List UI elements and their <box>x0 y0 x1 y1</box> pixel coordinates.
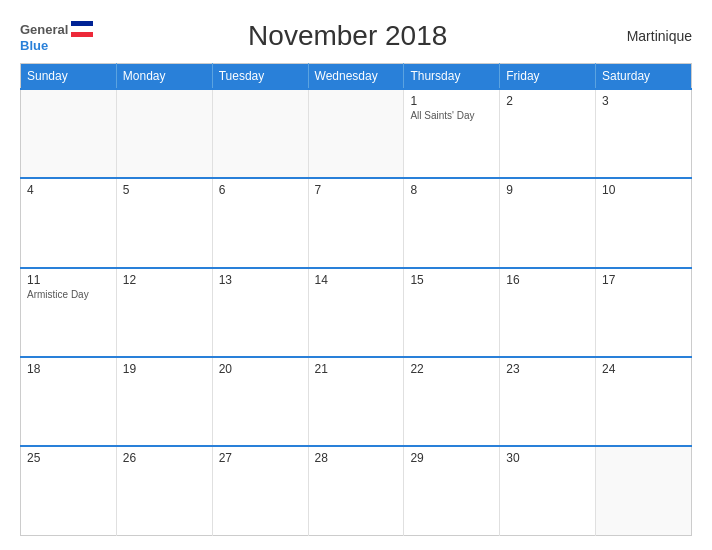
calendar-week-row: 18192021222324 <box>21 357 692 446</box>
calendar-cell: 1All Saints' Day <box>404 89 500 178</box>
calendar-cell: 19 <box>116 357 212 446</box>
calendar-cell: 3 <box>596 89 692 178</box>
calendar-cell: 25 <box>21 446 117 535</box>
calendar-cell <box>596 446 692 535</box>
calendar-cell: 14 <box>308 268 404 357</box>
calendar-week-row: 45678910 <box>21 178 692 267</box>
day-number: 7 <box>315 183 398 197</box>
day-number: 1 <box>410 94 493 108</box>
calendar-week-row: 1All Saints' Day23 <box>21 89 692 178</box>
weekday-header-row: Sunday Monday Tuesday Wednesday Thursday… <box>21 64 692 90</box>
day-number: 29 <box>410 451 493 465</box>
day-number: 26 <box>123 451 206 465</box>
calendar-cell: 29 <box>404 446 500 535</box>
day-number: 12 <box>123 273 206 287</box>
day-number: 19 <box>123 362 206 376</box>
logo-blue: Blue <box>20 38 48 53</box>
calendar-body: 1All Saints' Day234567891011Armistice Da… <box>21 89 692 536</box>
calendar-cell: 30 <box>500 446 596 535</box>
holiday-label: Armistice Day <box>27 289 110 300</box>
calendar-cell <box>212 89 308 178</box>
calendar-cell: 24 <box>596 357 692 446</box>
calendar-cell <box>308 89 404 178</box>
calendar-cell: 8 <box>404 178 500 267</box>
day-number: 6 <box>219 183 302 197</box>
day-number: 27 <box>219 451 302 465</box>
day-number: 4 <box>27 183 110 197</box>
page: General Blue November 2018 Martinique Su… <box>0 0 712 550</box>
calendar-cell: 7 <box>308 178 404 267</box>
header: General Blue November 2018 Martinique <box>20 18 692 53</box>
calendar-cell: 10 <box>596 178 692 267</box>
day-number: 8 <box>410 183 493 197</box>
calendar-cell: 22 <box>404 357 500 446</box>
calendar-cell: 17 <box>596 268 692 357</box>
calendar-cell: 6 <box>212 178 308 267</box>
day-number: 25 <box>27 451 110 465</box>
day-number: 3 <box>602 94 685 108</box>
header-thursday: Thursday <box>404 64 500 90</box>
calendar-cell: 26 <box>116 446 212 535</box>
day-number: 14 <box>315 273 398 287</box>
day-number: 30 <box>506 451 589 465</box>
day-number: 9 <box>506 183 589 197</box>
calendar-cell: 16 <box>500 268 596 357</box>
region-label: Martinique <box>602 28 692 44</box>
svg-rect-3 <box>71 32 93 37</box>
calendar-cell: 12 <box>116 268 212 357</box>
day-number: 17 <box>602 273 685 287</box>
day-number: 23 <box>506 362 589 376</box>
logo-flag-icon <box>71 18 93 40</box>
calendar-cell: 11Armistice Day <box>21 268 117 357</box>
day-number: 21 <box>315 362 398 376</box>
holiday-label: All Saints' Day <box>410 110 493 121</box>
day-number: 22 <box>410 362 493 376</box>
calendar-cell: 23 <box>500 357 596 446</box>
calendar-cell: 13 <box>212 268 308 357</box>
header-saturday: Saturday <box>596 64 692 90</box>
svg-rect-2 <box>71 26 93 32</box>
day-number: 15 <box>410 273 493 287</box>
header-tuesday: Tuesday <box>212 64 308 90</box>
calendar-table: Sunday Monday Tuesday Wednesday Thursday… <box>20 63 692 536</box>
logo-general: General <box>20 22 68 37</box>
calendar-week-row: 11Armistice Day121314151617 <box>21 268 692 357</box>
calendar-cell: 4 <box>21 178 117 267</box>
calendar-cell: 2 <box>500 89 596 178</box>
day-number: 5 <box>123 183 206 197</box>
day-number: 10 <box>602 183 685 197</box>
day-number: 28 <box>315 451 398 465</box>
calendar-cell: 5 <box>116 178 212 267</box>
calendar-cell: 28 <box>308 446 404 535</box>
day-number: 20 <box>219 362 302 376</box>
calendar-cell: 9 <box>500 178 596 267</box>
calendar-title: November 2018 <box>93 20 602 52</box>
calendar-week-row: 252627282930 <box>21 446 692 535</box>
header-monday: Monday <box>116 64 212 90</box>
day-number: 18 <box>27 362 110 376</box>
svg-rect-1 <box>71 21 93 26</box>
header-friday: Friday <box>500 64 596 90</box>
calendar-cell <box>21 89 117 178</box>
calendar-cell: 21 <box>308 357 404 446</box>
day-number: 24 <box>602 362 685 376</box>
day-number: 13 <box>219 273 302 287</box>
calendar-cell: 18 <box>21 357 117 446</box>
header-wednesday: Wednesday <box>308 64 404 90</box>
day-number: 16 <box>506 273 589 287</box>
logo: General Blue <box>20 18 93 53</box>
day-number: 2 <box>506 94 589 108</box>
calendar-cell: 27 <box>212 446 308 535</box>
header-sunday: Sunday <box>21 64 117 90</box>
day-number: 11 <box>27 273 110 287</box>
calendar-cell: 15 <box>404 268 500 357</box>
calendar-cell <box>116 89 212 178</box>
calendar-cell: 20 <box>212 357 308 446</box>
